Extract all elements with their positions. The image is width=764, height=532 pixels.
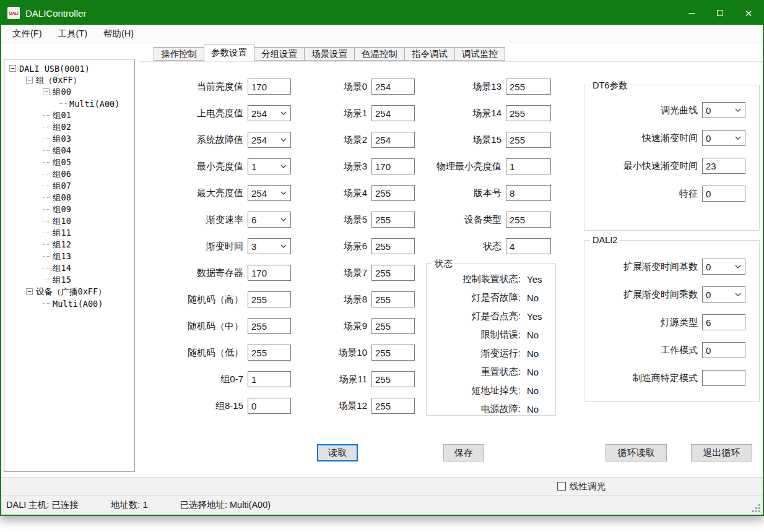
field-input[interactable]: 254 (371, 79, 415, 95)
tree-item[interactable]: 组08 (4, 192, 134, 204)
field-input[interactable]: 255 (248, 318, 291, 334)
tab-2[interactable]: 参数设置 (204, 45, 254, 61)
field-input[interactable]: 254 (371, 132, 415, 148)
tab-4[interactable]: 场景设置 (304, 47, 355, 61)
field-combobox[interactable]: 0 (702, 259, 745, 275)
tree-item[interactable]: 组04 (4, 145, 134, 157)
tree-item[interactable]: −设备（广播0xFF） (4, 286, 134, 298)
tree-item[interactable]: −组00 (4, 86, 134, 98)
tree-item[interactable]: 组05 (4, 157, 134, 168)
status-value: Yes (527, 311, 542, 322)
field-combobox[interactable]: 0 (702, 286, 745, 302)
field-input[interactable]: 255 (371, 318, 415, 334)
tree-item[interactable]: 组12 (4, 239, 134, 251)
field-input[interactable]: 255 (371, 185, 415, 201)
tree-item[interactable]: 组09 (4, 204, 134, 215)
tree-expander-icon[interactable]: − (26, 288, 33, 295)
field-combobox[interactable]: 254 (248, 185, 291, 201)
tree-connector-icon (43, 303, 50, 304)
field-input[interactable]: 255 (506, 105, 551, 121)
combobox-value: 3 (251, 241, 256, 252)
tree-item[interactable]: 组06 (4, 168, 134, 180)
field-input[interactable]: 4 (506, 238, 551, 254)
tree-item[interactable]: 组03 (4, 133, 134, 145)
tree-item[interactable]: 组14 (4, 262, 134, 274)
menu-item-tools[interactable]: 工具(T) (52, 25, 94, 42)
minimize-button[interactable] (677, 1, 706, 25)
client-area: −DALI USB(0001)−组（0xFF）−组00Multi(A00)组01… (1, 43, 763, 477)
field-input[interactable]: 255 (506, 79, 551, 95)
tree-expander-icon[interactable]: − (43, 88, 50, 95)
tree-item[interactable]: 组15 (4, 274, 134, 286)
field-input[interactable]: 6 (702, 314, 745, 330)
field-input[interactable]: 255 (506, 212, 551, 228)
field-input[interactable]: 255 (371, 238, 415, 254)
field-input[interactable]: 0 (702, 186, 745, 202)
save-button[interactable]: 保存 (443, 444, 484, 461)
tree-item[interactable]: −组（0xFF） (4, 74, 134, 86)
tab-3[interactable]: 分组设置 (254, 47, 305, 61)
field-combobox[interactable]: 254 (248, 105, 291, 121)
field-combobox[interactable]: 254 (248, 132, 291, 148)
tree-item[interactable]: Multi(A00) (4, 298, 134, 309)
tree-item[interactable]: 组11 (4, 227, 134, 239)
field-row: 扩展渐变时间基数0 (589, 259, 753, 275)
field-input[interactable]: 255 (506, 132, 551, 148)
checkbox-icon[interactable] (557, 482, 566, 491)
field-row: 灯源类型6 (589, 314, 753, 330)
linear-dimming-checkbox-wrap[interactable]: 线性调光 (557, 481, 606, 492)
field-combobox[interactable]: 1 (248, 158, 291, 174)
tree-expander-icon[interactable]: − (9, 65, 16, 72)
tab-7[interactable]: 调试监控 (454, 47, 505, 61)
field-input[interactable]: 8 (506, 185, 551, 201)
field-input[interactable]: 255 (371, 212, 415, 228)
tree-item[interactable]: −DALI USB(0001) (4, 62, 134, 74)
tree-item[interactable]: 组13 (4, 251, 134, 262)
field-input[interactable]: 255 (371, 398, 415, 414)
field-input[interactable]: 255 (248, 345, 291, 361)
field-input[interactable]: 170 (248, 79, 291, 95)
field-row: 快速渐变时间0 (589, 130, 753, 146)
field-input[interactable]: 23 (702, 158, 745, 174)
field-input[interactable]: 255 (371, 371, 415, 387)
tree-expander-icon[interactable]: − (26, 77, 33, 84)
app-icon: DALI (7, 7, 20, 19)
tree-item[interactable]: 组01 (4, 109, 134, 121)
field-input[interactable]: 255 (371, 265, 415, 281)
field-label: 场景11 (319, 374, 371, 385)
field-combobox[interactable]: 3 (248, 238, 291, 254)
field-input[interactable]: 1 (506, 158, 551, 174)
close-button[interactable]: ✕ (734, 1, 763, 25)
tab-1[interactable]: 操作控制 (154, 47, 204, 61)
loop-read-button[interactable]: 循环读取 (606, 444, 667, 461)
menu-item-help[interactable]: 帮助(H) (97, 25, 140, 42)
exit-loop-button[interactable]: 退出循环 (691, 444, 752, 461)
dt6-group-title: DT6参数 (590, 80, 630, 92)
tree-item[interactable]: Multi(A00) (4, 98, 134, 109)
tab-5[interactable]: 色温控制 (354, 47, 405, 61)
tree-item[interactable]: 组02 (4, 121, 134, 133)
maximize-button[interactable] (706, 1, 734, 25)
read-button[interactable]: 读取 (317, 444, 358, 461)
field-input[interactable]: 254 (371, 105, 415, 121)
field-input[interactable] (702, 370, 745, 386)
tree-item-label: 组09 (53, 204, 71, 215)
field-input[interactable]: 170 (371, 158, 415, 174)
field-input[interactable]: 255 (371, 345, 415, 361)
field-input[interactable]: 255 (371, 291, 415, 307)
field-input[interactable]: 0 (702, 342, 745, 358)
field-input[interactable]: 0 (248, 398, 291, 414)
tree-item[interactable]: 组07 (4, 180, 134, 192)
field-label: 工作模式 (589, 345, 702, 356)
tree-item[interactable]: 组10 (4, 215, 134, 227)
field-combobox[interactable]: 6 (248, 212, 291, 228)
field-input[interactable]: 255 (248, 291, 291, 307)
field-combobox[interactable]: 0 (702, 130, 745, 146)
tree-connector-icon (43, 115, 50, 116)
field-input[interactable]: 170 (248, 265, 291, 281)
field-combobox[interactable]: 0 (702, 102, 745, 118)
resize-grip-icon[interactable] (752, 504, 760, 512)
field-input[interactable]: 1 (248, 371, 291, 387)
menu-item-file[interactable]: 文件(F) (6, 25, 48, 42)
tab-6[interactable]: 指令调试 (404, 47, 455, 61)
